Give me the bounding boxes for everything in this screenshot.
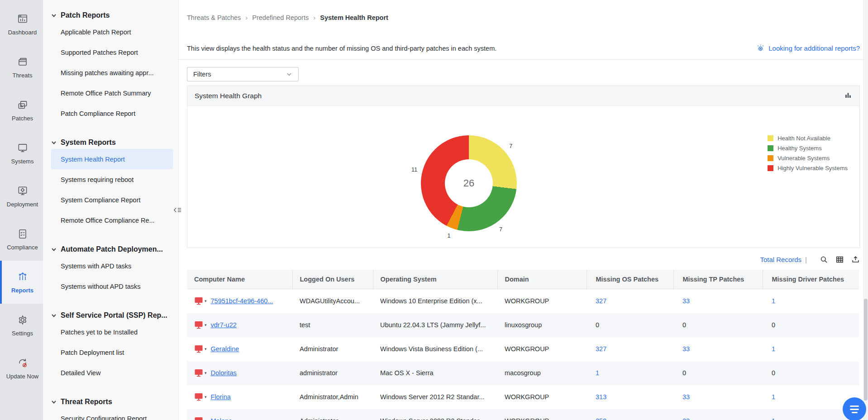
help-chat-fab[interactable] (843, 397, 866, 420)
collapse-sidebar-icon (172, 205, 182, 215)
report-group-header[interactable]: Threat Reports (51, 396, 175, 408)
sidebar-item-missing-patches-awaiting-appr[interactable]: Missing patches awaiting appr... (51, 62, 173, 83)
report-group: Self Service Portal (SSP) Rep...Patches … (51, 309, 175, 383)
bulb-gear-icon (756, 43, 765, 53)
page-scrollbar[interactable] (863, 0, 868, 420)
export-button[interactable] (851, 255, 860, 264)
donut-chart[interactable]: 26 (421, 135, 517, 231)
legend-label: Highly Vulnerable Systems (777, 165, 848, 172)
missing-tp-patches-link[interactable]: 33 (682, 417, 690, 420)
breadcrumb-threats-patches[interactable]: Threats & Patches (187, 14, 241, 21)
computer-name-link[interactable]: Melena (211, 417, 233, 420)
sidebar-item-patch-compliance-report[interactable]: Patch Compliance Report (51, 103, 173, 124)
chart-type-button[interactable] (844, 91, 852, 101)
donut-total: 26 (463, 177, 474, 189)
operating-system-cell: Windows Server 2008 R2 Standar... (373, 409, 497, 420)
computer-menu-caret[interactable]: ▾ (205, 323, 207, 327)
column-chooser-button[interactable] (835, 255, 844, 264)
scrollbar-thumb[interactable] (864, 299, 868, 401)
sidebar-item-applicable-patch-report[interactable]: Applicable Patch Report (51, 22, 173, 42)
column-header-missing-driver-patches[interactable]: Missing Driver Patches (763, 270, 859, 289)
nav-item-reports[interactable]: Reports (0, 261, 43, 304)
missing-os-patches-link[interactable]: 327 (596, 297, 606, 305)
missing-driver-patches-cell: 0 (763, 313, 859, 337)
missing-tp-patches-link[interactable]: 33 (682, 345, 690, 353)
column-header-operating-system[interactable]: Operating System (373, 270, 497, 289)
sidebar-item-security-configuration-report[interactable]: Security Configuration Report (51, 408, 173, 420)
sidebar-item-systems-without-apd-tasks[interactable]: Systems without APD tasks (51, 276, 173, 296)
sidebar-item-remote-office-compliance-re[interactable]: Remote Office Compliance Re... (51, 210, 173, 230)
missing-driver-patches-link[interactable]: 1 (772, 393, 775, 401)
missing-driver-patches-link[interactable]: 1 (772, 345, 775, 353)
column-header-logged-on-users[interactable]: Logged On Users (292, 270, 373, 289)
sidebar-collapse-button[interactable] (172, 205, 182, 217)
report-group-header[interactable]: Patch Reports (51, 9, 175, 22)
legend-swatch (768, 135, 773, 141)
missing-driver-patches-link[interactable]: 1 (772, 417, 775, 420)
page-description: This view displays the health status and… (187, 45, 496, 52)
missing-tp-patches-link[interactable]: 33 (682, 393, 690, 401)
report-group-title: Threat Reports (61, 398, 112, 406)
nav-item-label: Settings (12, 330, 33, 337)
missing-tp-patches-link[interactable]: 33 (682, 297, 690, 305)
sidebar-item-systems-with-apd-tasks[interactable]: Systems with APD tasks (51, 256, 173, 276)
legend-item: Health Not Available (768, 133, 848, 143)
column-header-domain[interactable]: Domain (497, 270, 587, 289)
sidebar-item-detailed-view[interactable]: Detailed View (51, 363, 173, 383)
sidebar-item-remote-office-patch-summary[interactable]: Remote Office Patch Summary (51, 83, 173, 103)
nav-item-compliance[interactable]: Compliance (0, 218, 43, 261)
table-body: ▾75951bcf-4e96-460...WDAGUtilityAccou...… (187, 289, 859, 420)
filters-dropdown[interactable]: Filters (187, 67, 299, 81)
report-group-header[interactable]: System Reports (51, 136, 175, 149)
computer-name-link[interactable]: vdr7-u22 (211, 321, 237, 329)
computer-menu-caret[interactable]: ▾ (205, 395, 207, 399)
description-row: This view displays the health status and… (187, 43, 860, 53)
nav-item-update-now[interactable]: Update Now (0, 347, 43, 390)
operating-system-cell: Windows 10 Enterprise Edition (x... (373, 289, 497, 313)
sidebar-item-system-health-report[interactable]: System Health Report (51, 149, 173, 169)
missing-os-patches-cell: 1 (587, 361, 673, 385)
reports-icon (17, 271, 29, 283)
report-group-title: Automate Patch Deploymen... (61, 245, 163, 253)
computer-name-link[interactable]: Florina (211, 393, 231, 401)
nav-item-label: Compliance (7, 244, 38, 251)
table-toolbar: Total Records | (187, 254, 860, 265)
missing-os-patches-link[interactable]: 327 (596, 345, 606, 353)
computer-status-icon (194, 393, 203, 401)
additional-reports-link[interactable]: Looking for additional reports? (756, 43, 860, 53)
missing-driver-patches-link[interactable]: 1 (772, 297, 775, 305)
missing-os-patches-link[interactable]: 313 (596, 393, 606, 401)
missing-os-patches-link[interactable]: 259 (596, 417, 606, 420)
total-records-link[interactable]: Total Records (760, 256, 801, 263)
report-group-header[interactable]: Self Service Portal (SSP) Rep... (51, 309, 175, 322)
column-header-missing-tp-patches[interactable]: Missing TP Patches (673, 270, 763, 289)
report-group-header[interactable]: Automate Patch Deploymen... (51, 243, 175, 256)
nav-item-patches[interactable]: Patches (0, 89, 43, 132)
domain-cell: WORKGROUP (497, 289, 587, 313)
sidebar-item-patch-deployment-list[interactable]: Patch Deployment list (51, 342, 173, 363)
sidebar-item-patches-yet-to-be-installed[interactable]: Patches yet to be Installed (51, 322, 173, 342)
computer-name-link[interactable]: Geraldine (211, 345, 239, 353)
column-header-computer-name[interactable]: Computer Name (187, 270, 292, 289)
nav-item-dashboard[interactable]: Dashboard (0, 3, 43, 46)
nav-item-threats[interactable]: Threats (0, 46, 43, 89)
sidebar-item-system-compliance-report[interactable]: System Compliance Report (51, 190, 173, 210)
search-button[interactable] (820, 255, 828, 264)
computer-name-link[interactable]: Doloritas (211, 369, 237, 377)
missing-tp-patches-cell: 0 (673, 361, 763, 385)
column-header-missing-os-patches[interactable]: Missing OS Patches (587, 270, 673, 289)
computer-name-link[interactable]: 75951bcf-4e96-460... (211, 297, 273, 305)
computer-menu-caret[interactable]: ▾ (205, 347, 207, 351)
domain-cell: macosgroup (497, 361, 587, 385)
nav-item-settings[interactable]: Settings (0, 304, 43, 347)
missing-driver-patches-value: 0 (772, 321, 775, 329)
computer-menu-caret[interactable]: ▾ (205, 299, 207, 303)
sidebar-item-systems-requiring-reboot[interactable]: Systems requiring reboot (51, 169, 173, 190)
missing-os-patches-link[interactable]: 1 (596, 369, 599, 377)
nav-item-label: Threats (12, 72, 32, 79)
computer-menu-caret[interactable]: ▾ (205, 371, 207, 375)
sidebar-item-supported-patches-report[interactable]: Supported Patches Report (51, 42, 173, 62)
breadcrumb-predefined-reports[interactable]: Predefined Reports (252, 14, 309, 21)
nav-item-systems[interactable]: Systems (0, 132, 43, 175)
nav-item-deployment[interactable]: Deployment (0, 175, 43, 218)
